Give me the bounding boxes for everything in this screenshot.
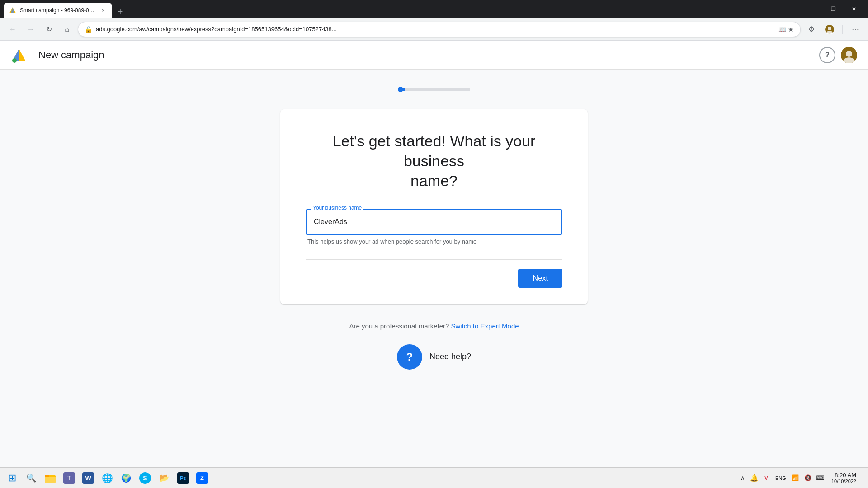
taskbar-right: ∧ 🔔 V ENG 📶 🔇 ⌨ 8:20 AM 10/10/2022 <box>737 469 864 487</box>
file-explorer-icon <box>44 472 57 484</box>
taskbar-zalo-button[interactable]: Z <box>193 469 211 487</box>
pro-marketer-section: Are you a professional marketer? Switch … <box>349 322 519 330</box>
svg-rect-13 <box>45 475 49 477</box>
minimize-button[interactable]: – <box>802 0 823 18</box>
svg-rect-12 <box>45 477 56 483</box>
show-desktop-button[interactable] <box>862 469 864 487</box>
google-ads-icon <box>11 47 27 63</box>
taskbar: ⊞ 🔍 T W 🌐 🌍 S 📂 Ps <box>0 467 868 488</box>
section-divider <box>306 259 562 260</box>
close-button[interactable]: ✕ <box>844 0 864 18</box>
search-icon: 🔍 <box>25 472 38 484</box>
notification-icon[interactable]: 🔔 <box>749 469 760 487</box>
profile-icon[interactable] <box>822 22 837 37</box>
taskbar-skype-button[interactable]: S <box>137 469 154 487</box>
logo-divider <box>33 49 33 61</box>
taskbar-photoshop-button[interactable]: Ps <box>175 469 192 487</box>
help-button[interactable]: ? <box>819 47 835 63</box>
back-button[interactable]: ← <box>5 22 20 37</box>
taskbar-word-button[interactable]: W <box>80 469 97 487</box>
skype-icon: S <box>139 472 151 484</box>
need-help-section: ? Need help? <box>397 344 471 370</box>
taskbar-edge-button[interactable]: 🌐 <box>99 469 116 487</box>
need-help-label: Need help? <box>429 352 471 361</box>
tab-title: Smart campaign - 969-089-0364 <box>20 7 96 14</box>
browser-chrome: Smart campaign - 969-089-0364 × + – ❐ ✕ <box>0 0 868 18</box>
url-display: ads.google.com/aw/campaigns/new/express?… <box>96 26 775 33</box>
help-circle-icon: ? <box>397 344 422 370</box>
address-bar-icons: 📖 ★ <box>778 26 794 33</box>
browser-tab-active[interactable]: Smart campaign - 969-089-0364 × <box>4 3 112 18</box>
progress-bar <box>398 88 470 91</box>
window-controls: – ❐ ✕ <box>802 0 864 18</box>
app2-icon: 🌍 <box>120 472 132 484</box>
address-bar-row: ← → ↻ ⌂ 🔒 ads.google.com/aw/campaigns/ne… <box>0 18 868 41</box>
svg-point-9 <box>846 51 852 57</box>
taskbar-teams-button[interactable]: T <box>61 469 78 487</box>
antivirus-icon[interactable]: V <box>761 469 772 487</box>
language-indicator[interactable]: ENG <box>774 469 788 487</box>
business-name-label: Your business name <box>311 205 363 211</box>
business-name-input-group: Your business name <box>306 209 562 235</box>
taskbar-clock[interactable]: 8:20 AM 10/10/2022 <box>828 472 860 484</box>
header-right: ? <box>819 47 857 63</box>
profile-avatar[interactable] <box>841 47 857 63</box>
taskbar-files-button[interactable]: 📂 <box>156 469 173 487</box>
next-button[interactable]: Next <box>518 269 562 288</box>
progress-dot <box>398 87 403 92</box>
edge-icon: 🌐 <box>101 472 113 484</box>
taskbar-app2-button[interactable]: 🌍 <box>118 469 135 487</box>
lock-icon: 🔒 <box>85 26 92 33</box>
wifi-icon[interactable]: 📶 <box>790 469 801 487</box>
input-hint: This helps us show your ad when people s… <box>306 238 562 245</box>
teams-icon: T <box>63 472 75 484</box>
address-bar[interactable]: 🔒 ads.google.com/aw/campaigns/new/expres… <box>78 22 801 37</box>
business-name-input[interactable] <box>306 209 562 235</box>
reading-mode-icon[interactable]: 📖 <box>778 26 786 33</box>
app-header: New campaign ? <box>0 41 868 70</box>
tab-favicon <box>9 7 16 14</box>
profile-svg <box>825 25 834 34</box>
home-button[interactable]: ⌂ <box>60 22 74 37</box>
menu-button[interactable]: ⋯ <box>848 22 863 37</box>
start-button[interactable]: ⊞ <box>4 469 21 487</box>
google-ads-logo: New campaign <box>11 47 104 63</box>
word-icon: W <box>82 472 94 484</box>
svg-point-7 <box>12 58 17 63</box>
files-icon: 📂 <box>158 472 170 484</box>
tab-close-button[interactable]: × <box>99 7 107 14</box>
switch-to-expert-link[interactable]: Switch to Expert Mode <box>451 322 519 330</box>
expand-tray-icon[interactable]: ∧ <box>737 469 748 487</box>
app-title: New campaign <box>38 49 104 61</box>
star-icon[interactable]: ★ <box>788 26 794 33</box>
main-heading: Let's get started! What is your business… <box>306 131 562 191</box>
photoshop-icon: Ps <box>177 472 189 484</box>
svg-point-3 <box>828 27 831 30</box>
form-card: Let's get started! What is your business… <box>280 109 588 304</box>
toolbar-divider <box>842 25 843 34</box>
forward-button[interactable]: → <box>24 22 38 37</box>
volume-icon[interactable]: 🔇 <box>802 469 813 487</box>
windows-icon: ⊞ <box>6 472 19 484</box>
taskbar-search-button[interactable]: 🔍 <box>23 469 40 487</box>
extensions-icon[interactable]: ⚙ <box>804 22 819 37</box>
battery-icon[interactable]: ⌨ <box>815 469 826 487</box>
new-tab-button[interactable]: + <box>114 5 127 18</box>
next-btn-row: Next <box>306 269 562 288</box>
zalo-icon: Z <box>196 472 208 484</box>
sys-tray: ∧ 🔔 V <box>737 469 772 487</box>
maximize-button[interactable]: ❐ <box>823 0 844 18</box>
avatar-svg <box>841 47 857 63</box>
tab-bar: Smart campaign - 969-089-0364 × + <box>4 0 798 18</box>
taskbar-explorer-button[interactable] <box>42 469 59 487</box>
refresh-button[interactable]: ↻ <box>42 22 56 37</box>
main-content: Let's get started! What is your business… <box>0 70 868 488</box>
